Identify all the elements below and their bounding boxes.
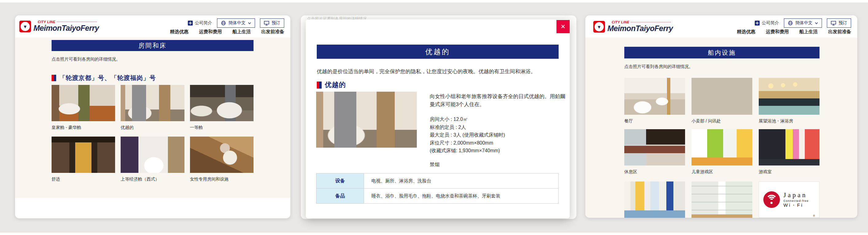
facilities-grid-row-3: Japan Connected-free Wi・Fi ®	[624, 181, 819, 218]
grid-icon	[188, 21, 193, 26]
anchor-icon: ▼	[21, 22, 30, 31]
room-caption: 女性专用房间和设施	[190, 177, 253, 182]
site-header: ▼ CITY LINE MeimonTaiyoFerry 公司简介 簡体中文	[15, 16, 290, 37]
facility-tile-vending[interactable]	[624, 181, 685, 218]
language-selector[interactable]: 簡体中文	[784, 19, 822, 28]
booking-label: 预订	[839, 20, 847, 26]
facilities-grid-row-1: 餐厅 小卖部 / 问讯处 展望浴池・淋浴房	[624, 78, 819, 124]
company-profile-label: 公司简介	[195, 20, 212, 26]
anchor-icon: ▼	[594, 22, 604, 31]
facility-photo-bath[interactable]	[759, 78, 819, 115]
facility-tile-lounge[interactable]: 休息区	[624, 129, 685, 175]
room-photo-royal[interactable]	[52, 85, 115, 121]
language-label: 簡体中文	[228, 20, 246, 26]
wifi-word-japan: Japan	[784, 191, 809, 199]
room-caption: 舒适	[52, 177, 115, 182]
company-profile-link[interactable]: 公司简介	[755, 20, 779, 26]
room-tile-comfort[interactable]: 舒适	[52, 136, 115, 182]
table-label-supplies: 备品	[316, 188, 364, 204]
language-label: 簡体中文	[795, 20, 812, 26]
facility-tile-game-room[interactable]: 游戏室	[759, 129, 819, 175]
chevron-down-icon	[248, 22, 251, 24]
spec-max-capacity: 最大定员 : 3人 (使用收藏式床铺时)	[430, 131, 505, 139]
company-profile-link[interactable]: 公司简介	[188, 20, 212, 26]
monitor-icon	[831, 21, 836, 26]
wifi-word-wifi: Wi・Fi	[784, 202, 809, 208]
wifi-icon	[763, 191, 780, 208]
brand-logo-icon: ▼	[593, 21, 605, 33]
booking-button[interactable]: 预订	[260, 19, 284, 28]
brand-logo-text: CITY LINE MeimonTaiyoFerry	[33, 20, 99, 33]
nav-item-fares[interactable]: 运费和费用	[199, 29, 222, 35]
spec-standard-capacity: 标准的定员 : 2人	[430, 123, 505, 131]
brand-name: MeimonTaiyoFerry	[608, 24, 673, 33]
spec-pullman-bed-size: (收藏式床铺: 1,930mm×740mm)	[430, 147, 505, 155]
brand-logo[interactable]: ▼ CITY LINE MeimonTaiyoFerry	[19, 20, 99, 33]
nav-item-before-departure[interactable]: 出发前准备	[261, 29, 284, 35]
rooms-grid-row-1: 皇家舱 - 豪华舱 优越的 一等舱	[52, 85, 253, 130]
room-tile-tourist[interactable]: 上等经济舱（西式）	[121, 136, 184, 182]
room-photo-ladies[interactable]	[190, 136, 253, 173]
nav-item-deals[interactable]: 精选优惠	[170, 29, 188, 35]
nav-item-fares[interactable]: 运费和费用	[766, 29, 789, 35]
facility-tile-wifi[interactable]: Japan Connected-free Wi・Fi ®	[759, 181, 819, 218]
facility-photo-game-room[interactable]	[759, 129, 819, 165]
room-photo-first-class[interactable]	[190, 85, 253, 121]
brand-logo[interactable]: ▼ CITY LINE MeimonTaiyoFerry	[593, 20, 673, 33]
spec-room-size: 房间大小 : 12.0㎡	[430, 115, 505, 123]
room-caption: 优越的	[121, 125, 184, 130]
room-caption: 皇家舱 - 豪华舱	[52, 125, 115, 130]
room-photo-comfort[interactable]	[52, 136, 115, 173]
table-row: 设备 电视、厕所、淋浴房、洗脸台	[316, 174, 559, 188]
room-tile-royal[interactable]: 皇家舱 - 豪华舱	[52, 85, 115, 130]
facility-tile-bath[interactable]: 展望浴池・淋浴房	[759, 78, 819, 124]
registered-mark: ®	[813, 214, 815, 217]
main-nav: 精选优惠 运费和费用 船上生活 出发前准备	[737, 29, 851, 35]
rooms-grid-row-2: 舒适 上等经济舱（西式） 女性专用房间和设施	[52, 136, 253, 182]
globe-icon	[221, 21, 226, 26]
facility-photo-lounge[interactable]	[624, 129, 685, 165]
facility-tile-kids-room[interactable]: 儿童游戏区	[691, 129, 752, 175]
room-photo-tourist[interactable]	[121, 136, 184, 173]
japan-wifi-logo[interactable]: Japan Connected-free Wi・Fi ®	[759, 181, 819, 218]
main-nav: 精选优惠 运费和费用 船上生活 出发前准备	[170, 29, 284, 35]
room-photo-superior[interactable]	[121, 85, 184, 121]
modal-title-banner: 优越的	[317, 45, 559, 59]
modal-intro-text: 优越的是价位适当的单间，完全保护您的隐私，让您度过安心的夜晚。优越的有卫生间和淋…	[317, 68, 562, 75]
facility-tile-shop[interactable]: 小卖部 / 问讯处	[691, 78, 752, 124]
heading-bullet-icon	[317, 81, 322, 88]
room-detail-modal: ✕ 优越的 优越的是价位适当的单间，完全保护您的隐私，让您度过安心的夜晚。优越的…	[306, 19, 570, 218]
room-caption: 一等舱	[190, 125, 253, 130]
close-icon[interactable]: ✕	[556, 20, 570, 33]
facility-caption: 儿童游戏区	[691, 169, 752, 175]
facility-photo-vending[interactable]	[624, 181, 685, 218]
facility-tile-restaurant[interactable]: 餐厅	[624, 78, 685, 124]
nav-item-onboard-life[interactable]: 船上生活	[799, 29, 818, 35]
utility-nav: 公司简介 簡体中文 预订	[755, 19, 851, 28]
site-header: ▼ CITY LINE MeimonTaiyoFerry 公司简介 簡体中文	[585, 16, 857, 37]
monitor-icon	[264, 21, 269, 26]
right-browser-window: ▼ CITY LINE MeimonTaiyoFerry 公司简介 簡体中文	[585, 16, 857, 218]
language-selector[interactable]: 簡体中文	[217, 19, 255, 28]
facility-photo-lockers[interactable]	[691, 181, 752, 218]
no-smoking-label: 禁烟	[430, 161, 439, 168]
brand-logo-text: CITY LINE MeimonTaiyoFerry	[608, 20, 673, 33]
booking-button[interactable]: 预订	[827, 19, 851, 28]
nav-item-before-departure[interactable]: 出发前准备	[828, 29, 851, 35]
table-value-supplies: 睡衣、浴巾、脸用毛巾、拖鞋、电烧水壶和茶碗茶杯、牙刷套装	[364, 188, 559, 204]
nav-item-deals[interactable]: 精选优惠	[737, 29, 755, 35]
instruction-text: 点击照片可看到各房间的详细情况。	[52, 57, 120, 62]
room-tile-superior[interactable]: 优越的	[121, 85, 184, 130]
utility-nav: 公司简介 簡体中文 预订	[188, 19, 284, 28]
nav-item-onboard-life[interactable]: 船上生活	[232, 29, 251, 35]
brand-logo-icon: ▼	[19, 21, 31, 32]
facility-photo-shop[interactable]	[691, 78, 752, 115]
room-tile-ladies[interactable]: 女性专用房间和设施	[190, 136, 253, 182]
globe-icon	[788, 21, 793, 26]
page-title-banner: 船内设施	[624, 47, 819, 58]
room-description: 向女性小组和老年旅客推荐设备齐全的日式优越的。用鉑爾曼式床可能3个人住在。	[430, 93, 567, 109]
room-tile-first-class[interactable]: 一等舱	[190, 85, 253, 130]
facility-photo-restaurant[interactable]	[624, 78, 685, 115]
facility-tile-lockers[interactable]	[691, 181, 752, 218]
facility-photo-kids-room[interactable]	[691, 129, 752, 165]
